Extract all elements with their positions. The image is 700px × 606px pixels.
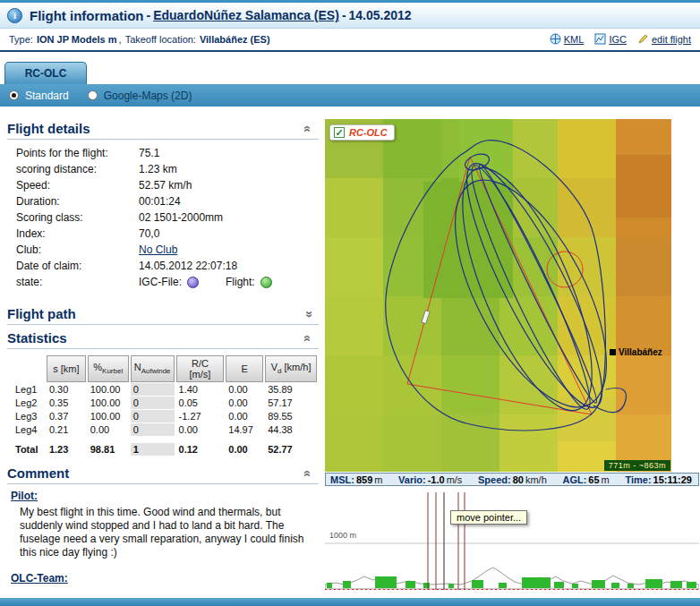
flight-actions: KML IGC edit flight bbox=[550, 33, 691, 47]
olc-team-comment-link[interactable]: OLC-Team: bbox=[11, 572, 319, 585]
scoring-class-value: 02 1501-2000mm bbox=[139, 209, 223, 226]
radio-google-maps-label[interactable]: Google-Maps (2D) bbox=[104, 90, 192, 102]
table-row: Leg4 0.21 0.00 0 0.00 14.97 44.38 bbox=[13, 423, 317, 436]
layer-label: RC-OLC bbox=[349, 127, 388, 138]
claim-date-value: 14.05.2012 22:07:18 bbox=[139, 258, 237, 274]
layer-toggle[interactable]: ✓ RC-OLC bbox=[329, 124, 395, 141]
distance-value: 1.23 km bbox=[139, 161, 177, 177]
section-divider bbox=[7, 348, 319, 349]
altitude-scale: 771m - ~863m bbox=[604, 460, 670, 471]
collapse-flight-details-icon[interactable]: « bbox=[301, 124, 315, 134]
radio-standard-label[interactable]: Standard bbox=[25, 90, 69, 102]
page-title: Flight information bbox=[30, 8, 143, 23]
detail-row: Date of claim: 14.05.2012 22:07:18 bbox=[7, 258, 319, 274]
section-divider bbox=[7, 483, 319, 484]
flight-details-section: Flight details « Points for the flight: … bbox=[7, 121, 319, 290]
igc-file-label: IGC-File: bbox=[139, 274, 182, 290]
comment-section: Comment « Pilot: My best flight in this … bbox=[7, 465, 319, 585]
takeoff-value: Villabáñez (ES) bbox=[200, 34, 270, 45]
spacer-row bbox=[13, 437, 317, 442]
collapse-statistics-icon[interactable]: « bbox=[301, 333, 315, 344]
table-row: Leg2 0.35 100.00 0 0.05 0.00 57.17 bbox=[13, 397, 317, 409]
speed-value: 52.57 km/h bbox=[139, 177, 192, 193]
map-mode-bar: Standard Google-Maps (2D) bbox=[0, 84, 700, 107]
pilot-link[interactable]: EduardoNúñez Salamanca (ES) bbox=[153, 8, 339, 22]
total-row: Total 1.23 98.81 1 0.12 0.00 52.77 bbox=[13, 443, 317, 456]
kml-icon bbox=[550, 33, 561, 47]
col-circling-pct: %Kurbel bbox=[88, 355, 129, 382]
header-divider bbox=[0, 50, 700, 52]
col-thermal-count: NAufwinde bbox=[131, 355, 175, 382]
edit-flight-link[interactable]: edit flight bbox=[637, 33, 691, 47]
collapse-comment-icon[interactable]: « bbox=[301, 468, 315, 479]
title-bar: i Flight information - EduardoNúñez Sala… bbox=[0, 3, 700, 29]
type-label: Type: bbox=[9, 34, 33, 45]
detail-row: Club: No Club bbox=[7, 242, 319, 258]
flight-status-icon bbox=[260, 277, 272, 288]
igc-link[interactable]: IGC bbox=[594, 33, 627, 47]
pointer-lines bbox=[428, 492, 465, 590]
speed-readout: Speed:80km/h bbox=[478, 474, 547, 485]
takeoff-label: Takeoff location: bbox=[125, 34, 196, 45]
left-column: Flight details « Points for the flight: … bbox=[7, 121, 319, 601]
club-link[interactable]: No Club bbox=[139, 242, 177, 258]
terrain-map-canvas bbox=[325, 119, 671, 472]
sub-header: Type: ION JP Models m , Takeoff location… bbox=[0, 30, 700, 49]
pointer-tooltip: move pointer... bbox=[450, 510, 527, 525]
altitude-axis-label: 1000 m bbox=[329, 531, 356, 540]
igc-icon bbox=[594, 33, 606, 47]
type-value: ION JP Models m bbox=[37, 34, 117, 45]
radio-standard[interactable] bbox=[9, 90, 19, 100]
state-row: state: IGC-File: Flight: bbox=[7, 274, 319, 290]
comment-heading: Comment bbox=[7, 465, 69, 481]
detail-row: Duration: 00:01:24 bbox=[7, 193, 319, 209]
pilot-comment-text: My best flight in this time. Good wind a… bbox=[20, 506, 313, 559]
statistics-header-row: s [km] %Kurbel NAufwinde R/C [m/s] E Vd … bbox=[13, 355, 317, 382]
section-divider bbox=[7, 324, 319, 325]
index-value: 70,0 bbox=[139, 226, 159, 242]
vario-readout: Vario:-1.0m/s bbox=[398, 474, 462, 485]
flight-info-page: i Flight information - EduardoNúñez Sala… bbox=[0, 0, 700, 606]
statistics-table: s [km] %Kurbel NAufwinde R/C [m/s] E Vd … bbox=[11, 354, 319, 457]
flight-meta: Type: ION JP Models m , Takeoff location… bbox=[9, 34, 272, 45]
table-row: Leg3 0.37 100.00 0 -1.27 0.00 89.55 bbox=[13, 410, 317, 422]
statistics-section: Statistics « s [km] %Kurbel NAufwinde R/… bbox=[7, 330, 319, 457]
detail-row: Points for the flight: 75.1 bbox=[7, 145, 319, 161]
col-e: E bbox=[226, 355, 263, 382]
table-row: Leg1 0.30 100.00 0 1.40 0.00 35.89 bbox=[13, 383, 317, 396]
time-readout: Time:15:11:29 bbox=[625, 474, 694, 485]
expand-flight-path-icon[interactable]: « bbox=[301, 309, 315, 320]
elevation-profile[interactable]: 1000 m move pointer... bbox=[325, 488, 699, 595]
flight-status-label: Flight: bbox=[226, 274, 255, 290]
flight-date: 14.05.2012 bbox=[349, 8, 412, 22]
place-marker-icon bbox=[610, 349, 616, 355]
telemetry-status-bar: MSL:859m Vario:-1.0m/s Speed:80km/h AGL:… bbox=[325, 473, 699, 486]
layer-checkbox-checked[interactable]: ✓ bbox=[334, 127, 345, 138]
col-distance: s [km] bbox=[47, 355, 86, 382]
msl-readout: MSL:859m bbox=[330, 474, 382, 485]
statistics-heading: Statistics bbox=[7, 330, 67, 346]
points-value: 75.1 bbox=[139, 145, 159, 161]
col-climb-rate: R/C [m/s] bbox=[176, 355, 225, 382]
flight-map[interactable]: ✓ RC-OLC Villabáñez 771m - ~863m bbox=[325, 119, 671, 472]
detail-row: Speed: 52.57 km/h bbox=[7, 177, 319, 193]
kml-link[interactable]: KML bbox=[550, 33, 585, 47]
tab-rc-olc[interactable]: RC-OLC bbox=[4, 62, 87, 84]
comma: , bbox=[119, 34, 122, 45]
detail-row: Index: 70,0 bbox=[7, 226, 319, 242]
flight-path-heading: Flight path bbox=[7, 306, 76, 321]
elevation-profile-canvas bbox=[325, 488, 699, 595]
agl-readout: AGL:65m bbox=[562, 474, 609, 485]
flight-path-section: Flight path « bbox=[7, 306, 319, 325]
place-label: Villabáñez bbox=[610, 347, 662, 357]
section-divider bbox=[7, 139, 319, 140]
pilot-comment-link[interactable]: Pilot: bbox=[11, 490, 319, 502]
detail-row: scoring distance: 1.23 km bbox=[7, 161, 319, 177]
title-separator: - bbox=[146, 8, 150, 22]
igc-file-status-icon bbox=[187, 277, 199, 288]
col-speed: Vd [km/h] bbox=[265, 355, 317, 382]
date-separator: - bbox=[342, 8, 346, 22]
detail-row: Scoring class: 02 1501-2000mm bbox=[7, 209, 319, 226]
radio-google-maps[interactable] bbox=[88, 90, 98, 100]
info-icon: i bbox=[7, 8, 22, 23]
